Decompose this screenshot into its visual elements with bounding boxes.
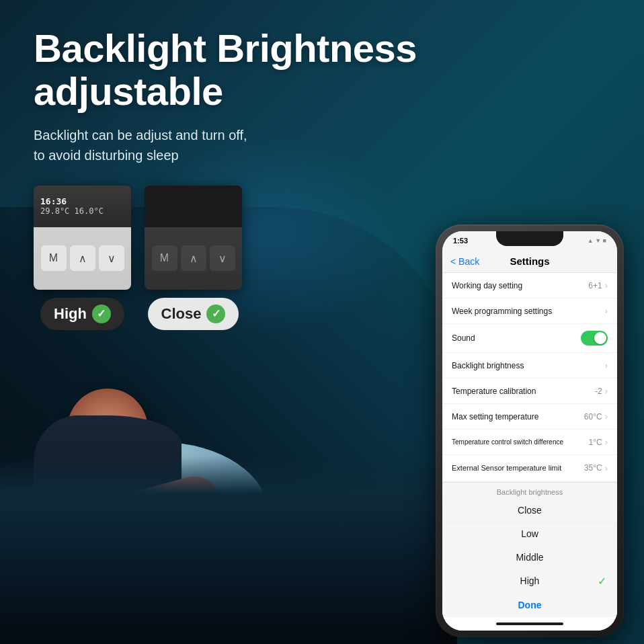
btn-down-bright: ∨ bbox=[99, 245, 124, 271]
row-value-external: 35°C › bbox=[584, 463, 608, 473]
settings-list: Working day setting 6+1 › Week programmi… bbox=[442, 273, 617, 617]
phone-home-bar bbox=[442, 617, 617, 631]
settings-row-tempswitch[interactable]: Temperature control switch difference 1°… bbox=[442, 430, 617, 455]
settings-row-workday[interactable]: Working day setting 6+1 › bbox=[442, 273, 617, 298]
row-value-backlight: › bbox=[605, 360, 608, 370]
screen-dark bbox=[145, 186, 242, 227]
row-value-tempswitch: 1°C › bbox=[589, 437, 608, 447]
sound-toggle[interactable] bbox=[581, 331, 608, 346]
btn-menu-bright: M bbox=[41, 245, 67, 271]
btn-menu-dark: M bbox=[152, 245, 177, 271]
settings-row-external[interactable]: External Sensor temperature limit 35°C › bbox=[442, 455, 617, 481]
badge-close-label: Close bbox=[161, 305, 202, 323]
settings-title: Settings bbox=[510, 255, 549, 267]
picker-title: Backlight brightness bbox=[442, 483, 617, 499]
thermostat-bright: 16:36 29.8°C 16.0°C M ∧ ∨ bbox=[34, 186, 131, 290]
status-icons: ▲ ▼ ■ bbox=[588, 237, 606, 244]
row-label-workday: Working day setting bbox=[452, 281, 522, 290]
picker-label-high: High bbox=[520, 575, 540, 586]
row-label-week: Week programming settings bbox=[452, 307, 552, 316]
picker-label-close: Close bbox=[518, 505, 542, 516]
row-label-maxtemp: Max setting temperature bbox=[452, 412, 538, 421]
picker-option-close[interactable]: Close bbox=[442, 499, 617, 522]
device-bright-container: 16:36 29.8°C 16.0°C M ∧ ∨ bbox=[34, 186, 131, 330]
picker-label-low: Low bbox=[521, 528, 538, 539]
settings-row-sound[interactable]: Sound bbox=[442, 324, 617, 353]
chevron-week: › bbox=[605, 306, 608, 316]
settings-row-maxtemp[interactable]: Max setting temperature 60°C › bbox=[442, 404, 617, 430]
settings-row-backlight[interactable]: Backlight brightness › bbox=[442, 353, 617, 378]
device-buttons-dark: M ∧ ∨ bbox=[145, 227, 242, 290]
picker-done-button[interactable]: Done bbox=[442, 593, 617, 617]
screen-temp: 29.8°C 16.0°C bbox=[40, 206, 124, 216]
row-label-tempcal: Temperature calibration bbox=[452, 387, 536, 396]
device-buttons-bright: M ∧ ∨ bbox=[34, 227, 131, 290]
screen-time: 16:36 bbox=[40, 196, 124, 206]
chevron-workday: › bbox=[605, 280, 608, 290]
phone-notch bbox=[496, 231, 563, 246]
row-value-tempcal: -2 › bbox=[595, 386, 608, 396]
settings-row-tempcal[interactable]: Temperature calibration -2 › bbox=[442, 378, 617, 404]
row-label-sound: Sound bbox=[452, 333, 475, 343]
device-dark-container: M ∧ ∨ Close ✓ bbox=[145, 186, 242, 330]
settings-row-week[interactable]: Week programming settings › bbox=[442, 298, 617, 324]
btn-up-dark: ∧ bbox=[181, 245, 206, 271]
row-value-maxtemp: 60°C › bbox=[584, 411, 608, 421]
back-button[interactable]: < Back bbox=[450, 256, 479, 267]
chevron-backlight: › bbox=[605, 360, 608, 370]
badge-high: High ✓ bbox=[40, 298, 124, 330]
chevron-tempswitch: › bbox=[605, 437, 608, 447]
picker-option-low[interactable]: Low bbox=[442, 522, 617, 546]
chevron-maxtemp: › bbox=[605, 411, 608, 421]
screen-bright: 16:36 29.8°C 16.0°C bbox=[34, 186, 131, 227]
phone-inner: 1:53 ▲ ▼ ■ < Back Settings Working day s… bbox=[442, 231, 617, 631]
row-value-week: › bbox=[605, 306, 608, 316]
phone-outer: 1:53 ▲ ▼ ■ < Back Settings Working day s… bbox=[436, 225, 624, 637]
home-indicator[interactable] bbox=[496, 622, 563, 625]
badge-close: Close ✓ bbox=[148, 298, 239, 330]
page-title: Backlight Brightness adjustable bbox=[34, 27, 610, 113]
row-value-workday: 6+1 › bbox=[588, 280, 608, 290]
chevron-tempcal: › bbox=[605, 386, 608, 396]
subtitle: Backlight can be adjust and turn off, to… bbox=[34, 125, 610, 165]
picker-check-high: ✓ bbox=[598, 575, 606, 588]
thermostat-dark: M ∧ ∨ bbox=[145, 186, 242, 290]
row-label-tempswitch: Temperature control switch difference bbox=[452, 438, 563, 446]
backlight-picker: Backlight brightness Close Low Middle Hi… bbox=[442, 482, 617, 617]
settings-section-main: Working day setting 6+1 › Week programmi… bbox=[442, 273, 617, 481]
status-time: 1:53 bbox=[453, 237, 468, 245]
check-icon-high: ✓ bbox=[92, 305, 111, 323]
picker-option-high[interactable]: High ✓ bbox=[442, 569, 617, 593]
badge-high-label: High bbox=[54, 305, 87, 323]
settings-header: < Back Settings bbox=[442, 250, 617, 273]
picker-label-middle: Middle bbox=[516, 552, 543, 563]
phone-mockup: 1:53 ▲ ▼ ■ < Back Settings Working day s… bbox=[436, 225, 624, 637]
btn-down-dark: ∨ bbox=[210, 245, 235, 271]
picker-option-middle[interactable]: Middle bbox=[442, 546, 617, 569]
btn-up-bright: ∧ bbox=[70, 245, 95, 271]
check-icon-close: ✓ bbox=[206, 305, 225, 323]
row-label-external: External Sensor temperature limit bbox=[452, 464, 561, 472]
row-label-backlight: Backlight brightness bbox=[452, 361, 524, 370]
chevron-external: › bbox=[605, 463, 608, 473]
